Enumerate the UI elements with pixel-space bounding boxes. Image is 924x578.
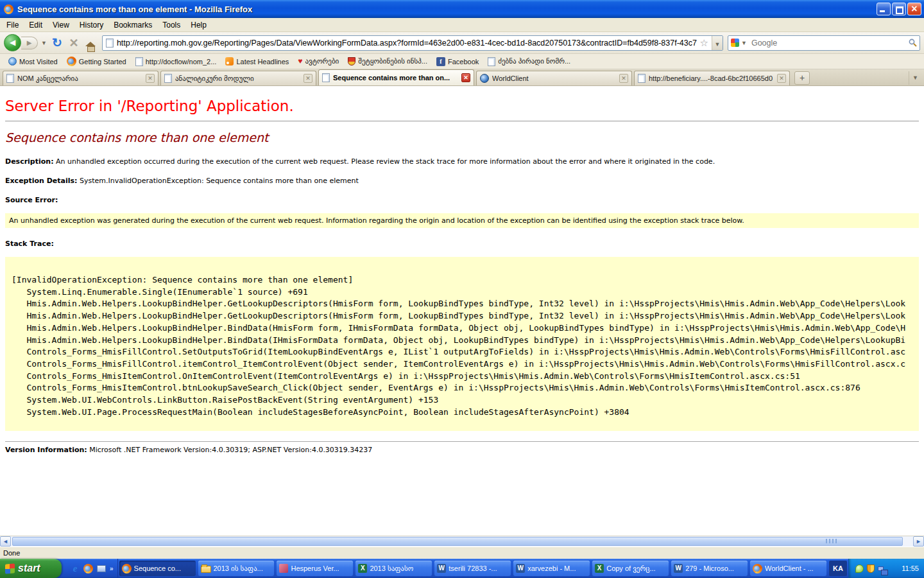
facebook-icon: f: [436, 57, 445, 66]
heart-icon: ♥: [298, 57, 302, 66]
home-button[interactable]: [82, 35, 99, 51]
language-indicator[interactable]: KA: [829, 561, 847, 576]
taskbar-item-2013-folder[interactable]: 2013 ის საფა...: [198, 561, 275, 576]
horizontal-scrollbar[interactable]: ◄ ►: [0, 536, 924, 547]
scrollbar-grip: [826, 539, 837, 543]
history-dropdown-icon[interactable]: ▼: [39, 40, 49, 46]
crest-icon: [348, 57, 355, 66]
url-dropdown-button[interactable]: ▼: [712, 36, 723, 50]
stack-trace-line: Controls_Forms_HmisItemControl.OnItemCon…: [12, 371, 919, 383]
close-button[interactable]: [907, 3, 921, 15]
scrollbar-thumb[interactable]: [12, 537, 903, 546]
new-tab-button[interactable]: +: [794, 71, 810, 85]
security-shield-icon[interactable]: [867, 565, 875, 573]
menu-bookmarks[interactable]: Bookmarks: [108, 19, 157, 31]
search-engine-dropdown-icon[interactable]: ▼: [739, 40, 749, 46]
stack-trace-line: Hmis.Admin.Web.Helpers.LookupBindHelper.…: [12, 298, 919, 310]
stack-trace-line: [InvalidOperationException: Sequence con…: [12, 274, 919, 286]
tab-close-icon[interactable]: ✕: [146, 74, 155, 83]
scroll-left-button[interactable]: ◄: [0, 536, 11, 547]
mail-icon[interactable]: [97, 565, 106, 572]
stack-trace-line: System.Web.UI.WebControls.LinkButton.Rai…: [12, 394, 919, 407]
tab-worldclient[interactable]: WorldClient ✕: [476, 71, 632, 85]
tab-close-icon[interactable]: ✕: [619, 74, 628, 83]
bookmark-shetkobinebis[interactable]: შეტყობინების ინსპ...: [343, 54, 432, 69]
divider: [5, 121, 919, 121]
source-error-note: An unhandled exception was generated dur…: [5, 213, 919, 228]
stack-trace-label: Stack Trace:: [5, 240, 919, 248]
url-text[interactable]: http://reporting.moh.gov.ge/Reporting/Pa…: [117, 39, 697, 48]
firefox-icon: [67, 57, 76, 66]
antivirus-tray-icon[interactable]: [855, 565, 864, 573]
menu-edit[interactable]: Edit: [24, 19, 47, 31]
taskbar-clock[interactable]: 11:55: [902, 565, 919, 572]
search-input[interactable]: [749, 39, 909, 48]
taskbar-item-sequence[interactable]: Sequence co...: [119, 561, 196, 576]
excel-icon: X: [595, 564, 604, 573]
page-icon: [164, 74, 172, 83]
bookmark-avtorebi[interactable]: ♥ ავტორები: [293, 54, 343, 69]
bookmark-getting-started[interactable]: Getting Started: [62, 54, 131, 69]
url-bar[interactable]: http://reporting.moh.gov.ge/Reporting/Pa…: [102, 35, 723, 51]
word-icon: W: [516, 564, 525, 573]
taskbar-item-worldclient[interactable]: WorldClient - ...: [750, 561, 826, 576]
bookmark-most-visited[interactable]: Most Visited: [4, 54, 62, 69]
stack-trace-line: Controls_Forms_HmisFillControl.itemContr…: [12, 358, 919, 371]
most-visited-icon: [8, 57, 17, 66]
stop-button[interactable]: ✕: [65, 35, 82, 51]
internet-explorer-icon[interactable]: e: [71, 563, 80, 574]
bookmarks-toolbar: Most Visited Getting Started http://docf…: [0, 54, 924, 69]
menu-tools[interactable]: Tools: [157, 19, 185, 31]
exception-details-line: Exception Details: System.InvalidOperati…: [5, 177, 919, 185]
firefox-icon: [753, 564, 762, 574]
forward-button[interactable]: ▶: [21, 37, 38, 49]
stack-trace-line: Controls_Forms_HmisItemControl.btnLookup…: [12, 382, 919, 394]
bookmark-facebook[interactable]: f Facebook: [432, 54, 483, 69]
taskbar-item-2013-excel[interactable]: X 2013 საფასო: [355, 561, 432, 576]
restore-button[interactable]: [892, 3, 906, 15]
tab-analitikuri-moduli[interactable]: ანალიტიკური მოდული ✕: [160, 71, 316, 85]
tab-beneficiary[interactable]: http://beneficiary....-8cad-6bc2f10665d0…: [634, 71, 790, 85]
bookmark-star-icon[interactable]: ☆: [697, 37, 712, 49]
list-all-tabs-button[interactable]: ▼: [909, 71, 921, 85]
back-button[interactable]: ◀: [4, 34, 21, 51]
rss-icon: [225, 57, 234, 66]
start-button[interactable]: start: [0, 559, 62, 578]
taskbar-item-279[interactable]: W 279 - Microso...: [671, 561, 748, 576]
word-icon: W: [437, 564, 446, 573]
tab-close-icon[interactable]: ✕: [461, 73, 470, 82]
quick-launch-chevron-icon[interactable]: »: [110, 565, 114, 572]
menu-view[interactable]: View: [47, 19, 74, 31]
version-information-text: Microsoft .NET Framework Version:4.0.303…: [87, 446, 373, 454]
tab-close-icon[interactable]: ✕: [304, 74, 312, 83]
browser-content: Server Error in '/Reporting' Application…: [0, 86, 924, 536]
taskbar-item-hesperus[interactable]: Hesperus Ver...: [277, 561, 353, 576]
application-icon: [279, 564, 288, 573]
tab-bar: NOM კანცელარია ✕ ანალიტიკური მოდული ✕ Se…: [0, 69, 924, 86]
home-icon: [85, 42, 96, 46]
title-bar: Sequence contains more than one element …: [0, 0, 924, 18]
menu-help[interactable]: Help: [185, 19, 212, 31]
scroll-right-button[interactable]: ►: [913, 536, 924, 547]
tab-sequence-error[interactable]: Sequence contains more than on... ✕: [318, 69, 474, 85]
menu-file[interactable]: File: [1, 19, 24, 31]
search-icon[interactable]: [909, 39, 917, 47]
taskbar-item-copy-of[interactable]: X Copy of ვერც...: [592, 561, 669, 576]
bookmark-docflow[interactable]: http://docflow/nom_2...: [131, 54, 221, 69]
menu-history[interactable]: History: [74, 19, 108, 31]
refresh-button[interactable]: ↻: [49, 35, 65, 51]
bookmark-latest-headlines[interactable]: Latest Headlines: [221, 54, 293, 69]
error-page-title: Server Error in '/Reporting' Application…: [5, 98, 919, 114]
tab-nom-kancelaria[interactable]: NOM კანცელარია ✕: [3, 71, 158, 85]
firefox-icon: [4, 4, 13, 14]
network-icon[interactable]: [878, 566, 884, 571]
scrollbar-track[interactable]: [11, 536, 913, 547]
taskbar-item-tserili[interactable]: W tserili 72833 -...: [434, 561, 511, 576]
tab-close-icon[interactable]: ✕: [777, 74, 786, 83]
minimize-button[interactable]: [877, 3, 891, 15]
bookmark-dzebna[interactable]: ძებნა პირადი ნომრ...: [483, 54, 575, 69]
search-box[interactable]: ▼: [728, 35, 920, 51]
page-icon: [638, 74, 646, 83]
firefox-icon[interactable]: [83, 564, 93, 574]
taskbar-item-xarvezebi[interactable]: W xarvezebi - M...: [513, 561, 590, 576]
